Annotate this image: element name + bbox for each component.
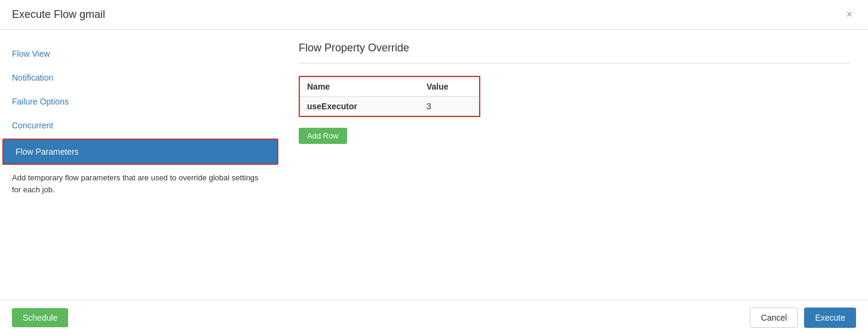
sidebar-description: Add temporary flow parameters that are u… (0, 166, 281, 201)
column-name: Name (300, 77, 419, 97)
property-table-container: Name Value useExecutor 3 (299, 76, 480, 117)
dialog-title: Execute Flow gmail (12, 8, 105, 21)
cancel-button[interactable]: Cancel (750, 308, 799, 328)
sidebar-item-notification[interactable]: Notification (0, 66, 281, 90)
row-name: useExecutor (300, 97, 419, 116)
table-header-row: Name Value (300, 77, 479, 97)
add-row-button[interactable]: Add Row (299, 128, 347, 144)
footer-left: Schedule (12, 308, 68, 327)
main-content: Flow Property Override Name Value useExe… (281, 30, 868, 300)
sidebar-item-failure-options[interactable]: Failure Options (0, 90, 281, 113)
row-value: 3 (419, 97, 479, 116)
close-button[interactable]: × (842, 7, 856, 22)
property-table: Name Value useExecutor 3 (300, 77, 479, 116)
dialog-body: Flow View Notification Failure Options C… (0, 30, 868, 300)
schedule-button[interactable]: Schedule (12, 308, 68, 327)
sidebar: Flow View Notification Failure Options C… (0, 30, 281, 300)
footer-right: Cancel Execute (750, 308, 856, 328)
section-divider (299, 63, 850, 64)
column-value: Value (419, 77, 479, 97)
add-row-container: Add Row (299, 128, 850, 144)
sidebar-item-flow-view[interactable]: Flow View (0, 42, 281, 66)
dialog-header: Execute Flow gmail × (0, 0, 868, 30)
table-row: useExecutor 3 (300, 97, 479, 116)
sidebar-item-flow-parameters[interactable]: Flow Parameters (2, 139, 278, 165)
sidebar-item-concurrent[interactable]: Concurrent (0, 113, 281, 137)
execute-button[interactable]: Execute (804, 308, 856, 328)
dialog-footer: Schedule Cancel Execute (0, 300, 868, 335)
section-title: Flow Property Override (299, 42, 850, 54)
